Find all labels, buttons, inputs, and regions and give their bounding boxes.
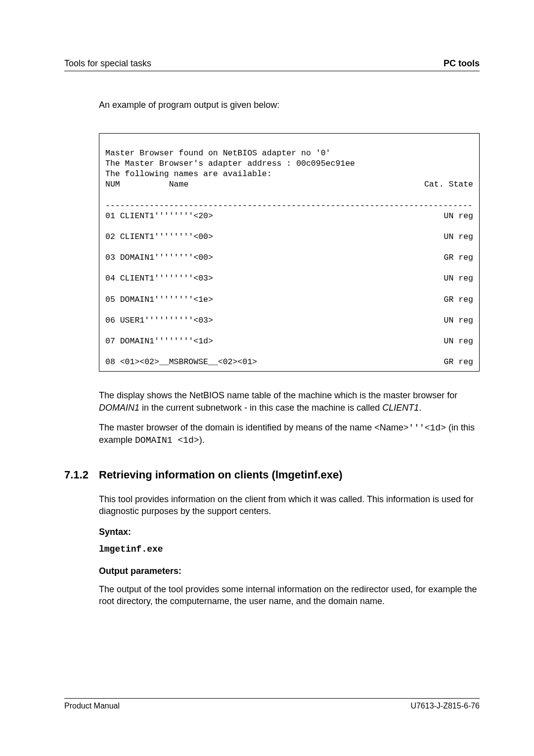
text: The display shows the NetBIOS name table… xyxy=(99,390,457,400)
section-heading: 7.1.2 Retrieving information on clients … xyxy=(64,469,480,481)
footer-right: U7613-J-Z815-6-76 xyxy=(410,702,480,710)
code-row-right: GR reg xyxy=(444,357,473,367)
code-row-left: 06 USER1''''''''''<03> xyxy=(105,315,213,326)
code-line: Master Browser found on NetBIOS adapter … xyxy=(105,148,330,158)
client-name: CLIENT1 xyxy=(382,403,419,413)
code-line: The following names are available: xyxy=(105,169,272,179)
code-row-left: 08 <01><02>__MSBROWSE__<02><01> xyxy=(105,357,257,367)
code-inline: DOMAIN1 <1d> xyxy=(135,435,199,445)
footer-left: Product Manual xyxy=(64,702,120,710)
code-row-left: 03 DOMAIN1''''''''<00> xyxy=(105,252,213,263)
syntax-command: lmgetinf.exe xyxy=(99,544,480,554)
code-col-left: NUM Name xyxy=(105,179,188,189)
text: ). xyxy=(199,435,205,445)
section-description: This tool provides information on the cl… xyxy=(99,493,480,518)
code-rule: ----------------------------------------… xyxy=(105,201,473,210)
text: in the current subnetwork - in this case… xyxy=(139,403,382,413)
code-row-left: 05 DOMAIN1''''''''<1e> xyxy=(105,294,213,305)
code-row-right: UN reg xyxy=(444,211,473,221)
intro-text: An example of program output is given be… xyxy=(99,100,480,110)
code-row-right: UN reg xyxy=(444,273,473,284)
code-row-right: GR reg xyxy=(444,252,473,263)
body-paragraph-2: The master browser of the domain is iden… xyxy=(99,422,480,447)
text: . xyxy=(419,403,421,413)
code-row-right: UN reg xyxy=(444,336,473,346)
code-row-left: 01 CLIENT1''''''''<20> xyxy=(105,211,213,221)
code-row-right: GR reg xyxy=(444,294,473,305)
output-parameters-label: Output parameters: xyxy=(99,566,480,576)
section-title: Retrieving information on clients (lmget… xyxy=(99,469,343,481)
code-col-right: Cat. State xyxy=(424,179,473,189)
code-line: The Master Browser's adapter address : 0… xyxy=(105,159,355,168)
section-number: 7.1.2 xyxy=(64,469,99,481)
code-row-right: UN reg xyxy=(444,232,473,242)
page-footer: Product Manual U7613-J-Z815-6-76 xyxy=(64,698,480,710)
code-row-left: 07 DOMAIN1''''''''<1d> xyxy=(105,336,213,346)
code-inline: '''<1d> xyxy=(408,423,446,433)
header-left: Tools for special tasks xyxy=(64,58,151,69)
text: The master browser of the domain is iden… xyxy=(99,423,408,432)
code-row-right: UN reg xyxy=(444,315,473,326)
output-parameters-text: The output of the tool provides some int… xyxy=(99,583,480,608)
running-header: Tools for special tasks PC tools xyxy=(64,58,480,71)
body-paragraph-1: The display shows the NetBIOS name table… xyxy=(99,389,480,414)
program-output-box: Master Browser found on NetBIOS adapter … xyxy=(99,133,480,372)
header-right: PC tools xyxy=(444,58,480,69)
domain-name: DOMAIN1 xyxy=(99,403,139,413)
code-row-left: 02 CLIENT1''''''''<00> xyxy=(105,232,213,242)
code-row-left: 04 CLIENT1''''''''<03> xyxy=(105,273,213,284)
syntax-label: Syntax: xyxy=(99,527,480,537)
